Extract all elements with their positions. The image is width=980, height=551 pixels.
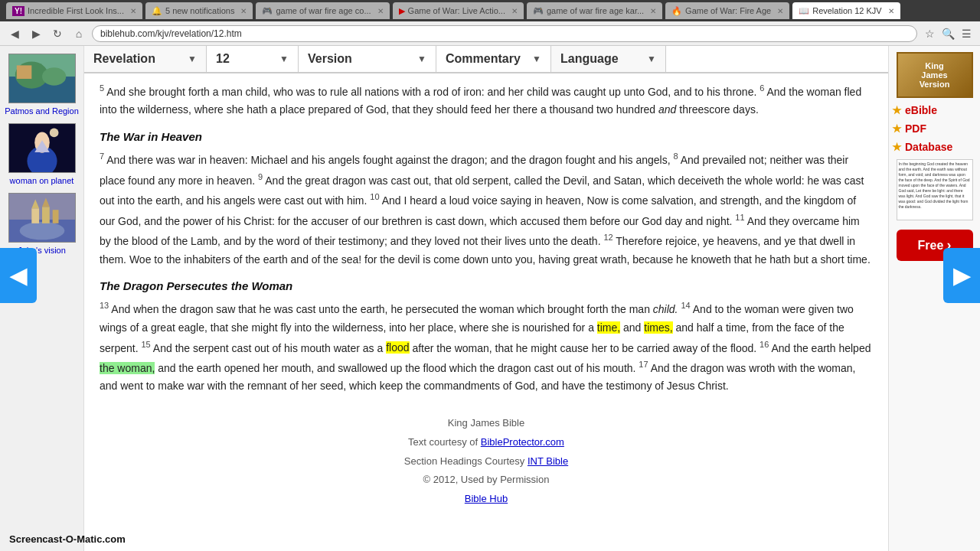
tab-5-close[interactable]: ✕ xyxy=(650,7,656,15)
address-text: biblehub.com/kjv/revelation/12.htm xyxy=(100,28,242,39)
pdf-star-icon: ★ xyxy=(892,122,902,135)
home-button[interactable]: ⌂ xyxy=(70,25,87,42)
verse-9-num: 9 xyxy=(258,172,263,181)
database-link[interactable]: ★ Database xyxy=(892,141,977,153)
prev-chapter-button[interactable]: ◀ xyxy=(0,248,37,303)
intro-verse: 5 And she brought forth a man child, who… xyxy=(100,81,873,119)
database-star-icon: ★ xyxy=(892,141,902,153)
tab-4-favicon: ▶ xyxy=(399,6,405,16)
chapter-dropdown-arrow: ▼ xyxy=(279,54,289,64)
tab-1-close[interactable]: ✕ xyxy=(130,7,136,15)
bible-text-area[interactable]: 5 And she brought forth a man child, who… xyxy=(84,73,888,551)
tab-2[interactable]: 🔔 5 new notifications ✕ xyxy=(145,2,253,19)
search-icon[interactable]: 🔍 xyxy=(940,26,956,41)
ebible-link[interactable]: ★ eBible xyxy=(892,104,977,116)
main-content: Revelation ▼ 12 ▼ Version ▼ Commentary ▼… xyxy=(84,46,888,551)
tab-6[interactable]: 🔥 Game of War: Fire Age ✕ xyxy=(665,2,789,19)
svg-point-9 xyxy=(49,129,58,138)
tab-6-label: Game of War: Fire Age xyxy=(685,6,771,15)
kjv-label-2: James xyxy=(921,70,947,80)
chapter-dropdown[interactable]: 12 ▼ xyxy=(207,46,299,72)
woman-image-block[interactable]: woman on planet xyxy=(8,123,76,185)
verse-11-num: 11 xyxy=(735,213,744,222)
patmos-label[interactable]: Patmos and Region xyxy=(5,106,79,116)
tab-bar: Y! Incredible First Look Ins... ✕ 🔔 5 ne… xyxy=(0,0,980,21)
address-bar[interactable]: biblehub.com/kjv/revelation/12.htm xyxy=(92,25,917,42)
verse-8-num: 8 xyxy=(673,152,678,161)
tab-1-favicon: Y! xyxy=(12,6,24,16)
tab-7-close[interactable]: ✕ xyxy=(888,7,894,15)
verse-7-num: 7 xyxy=(100,152,104,161)
watermark: Screencast-O-Matic.com xyxy=(9,533,126,545)
johns-vision-image xyxy=(8,193,76,243)
tab-1[interactable]: Y! Incredible First Look Ins... ✕ xyxy=(6,2,142,19)
left-arrow-icon: ◀ xyxy=(10,263,27,289)
tab-2-close[interactable]: ✕ xyxy=(240,7,247,15)
reload-button[interactable]: ↻ xyxy=(49,25,66,42)
page-wrapper: Patmos and Region woman on planet xyxy=(0,46,980,551)
tab-3[interactable]: 🎮 game of war fire age co... ✕ xyxy=(256,2,389,19)
tab-5[interactable]: 🎮 game of war fire age kar... ✕ xyxy=(527,2,662,19)
database-label: Database xyxy=(905,141,952,153)
tab-4-label: Game of War: Live Actio... xyxy=(408,6,505,15)
verse-14-num: 14 xyxy=(681,301,690,310)
verse-16-num: 16 xyxy=(760,340,769,349)
johns-vision-image-block[interactable]: John's vision xyxy=(8,193,76,255)
footer-courtesy: Text courtesy of BibleProtector.com xyxy=(100,433,873,452)
footer-int-bible-link[interactable]: INT Bible xyxy=(528,455,568,467)
tab-7-favicon: 📖 xyxy=(799,6,809,16)
version-dropdown[interactable]: Version ▼ xyxy=(299,46,436,72)
svg-rect-4 xyxy=(16,65,31,79)
patmos-image xyxy=(8,54,76,103)
verse-17-num: 17 xyxy=(639,360,648,369)
language-dropdown-arrow: ▼ xyxy=(647,54,656,64)
tab-7[interactable]: 📖 Revelation 12 KJV ✕ xyxy=(792,2,900,19)
tab-5-label: game of war fire age kar... xyxy=(547,6,644,15)
ebible-label: eBible xyxy=(905,104,937,116)
footer-courtesy-link[interactable]: BibleProtector.com xyxy=(481,436,564,448)
highlight-time-1: time, xyxy=(597,321,620,334)
kjv-label-3: Version xyxy=(920,80,950,89)
tab-4[interactable]: ▶ Game of War: Live Actio... ✕ xyxy=(393,2,524,19)
tab-3-label: game of war fire age co... xyxy=(276,6,371,15)
kjv-book-cover: King James Version xyxy=(897,52,973,98)
book-dropdown[interactable]: Revelation ▼ xyxy=(84,46,207,72)
woman-label[interactable]: woman on planet xyxy=(10,176,74,185)
free-btn-label: Free xyxy=(918,239,944,253)
bible-text-preview: In the beginning God created the heaven … xyxy=(897,159,973,220)
tab-6-close[interactable]: ✕ xyxy=(777,7,783,15)
tab-3-favicon: 🎮 xyxy=(262,6,273,16)
verse-13-num: 13 xyxy=(100,301,109,310)
footer-bible-hub-link[interactable]: Bible Hub xyxy=(465,493,508,504)
back-button[interactable]: ◀ xyxy=(6,25,23,42)
next-chapter-button[interactable]: ▶ xyxy=(943,248,980,303)
commentary-dropdown[interactable]: Commentary ▼ xyxy=(436,46,551,72)
patmos-image-block[interactable]: Patmos and Region xyxy=(5,54,79,116)
tab-5-favicon: 🎮 xyxy=(533,6,544,16)
verse-7-17-text: 7 And there was war in heaven: Michael a… xyxy=(100,149,873,269)
highlight-flood: flood xyxy=(386,341,409,354)
bookmark-icon[interactable]: ☆ xyxy=(922,26,937,41)
section-heading-1: The War in Heaven xyxy=(100,130,873,143)
tab-2-favicon: 🔔 xyxy=(152,6,162,16)
language-dropdown[interactable]: Language ▼ xyxy=(551,46,666,72)
verse-15-num: 15 xyxy=(141,340,150,349)
verse-10-num: 10 xyxy=(370,192,379,201)
highlight-times: times, xyxy=(644,321,672,334)
chapter-dropdown-label: 12 xyxy=(216,52,230,66)
menu-icon[interactable]: ☰ xyxy=(959,26,974,41)
pdf-label: PDF xyxy=(905,122,926,135)
version-dropdown-arrow: ▼ xyxy=(417,54,426,64)
tab-3-close[interactable]: ✕ xyxy=(377,7,384,15)
pdf-link[interactable]: ★ PDF xyxy=(892,122,977,135)
commentary-dropdown-label: Commentary xyxy=(446,52,521,66)
right-arrow-icon: ▶ xyxy=(953,263,970,289)
tab-2-label: 5 new notifications xyxy=(165,6,235,15)
svg-point-3 xyxy=(42,67,66,85)
tab-4-close[interactable]: ✕ xyxy=(511,7,518,15)
tab-6-favicon: 🔥 xyxy=(671,6,682,16)
footer-hub: Bible Hub xyxy=(100,490,873,509)
woman-image xyxy=(8,123,76,173)
svg-rect-13 xyxy=(31,208,39,223)
forward-button[interactable]: ▶ xyxy=(28,25,44,42)
